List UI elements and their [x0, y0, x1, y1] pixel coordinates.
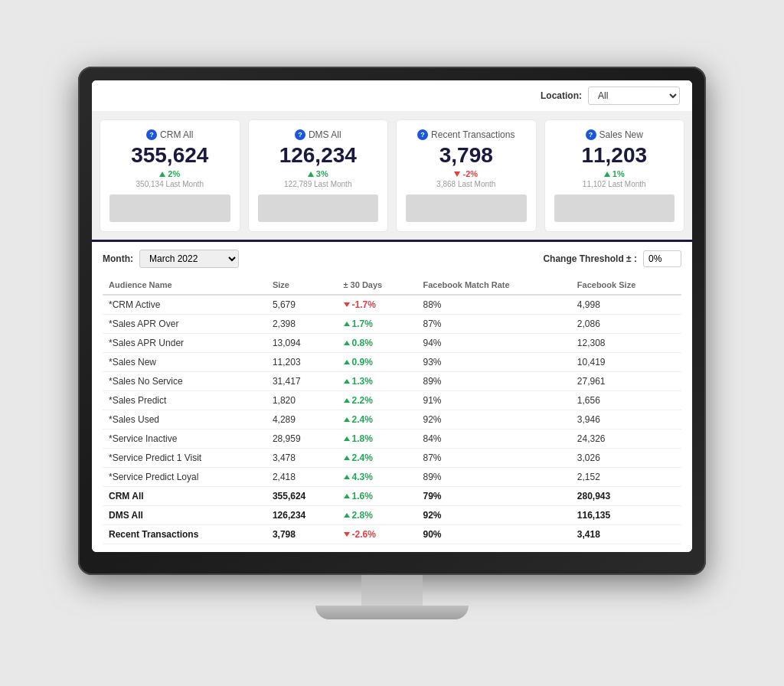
kpi-card-crm-all-header: ? CRM All: [109, 129, 230, 140]
arrow-up-icon: [344, 456, 350, 460]
cell-audience-name: Recent Transactions: [103, 525, 266, 544]
change-pct: 1.3%: [352, 376, 373, 387]
location-label: Location:: [541, 90, 582, 101]
cell-fb-rate: 87%: [417, 315, 571, 334]
col-size: Size: [266, 276, 338, 295]
arrow-down-icon: [344, 532, 350, 537]
cell-fb-rate: 79%: [417, 487, 571, 506]
cell-fb-rate: 88%: [417, 295, 571, 315]
col-fb-size: Facebook Size: [571, 276, 681, 295]
table-row: *Service Predict Loyal 2,418 4.3% 89% 2,…: [103, 468, 681, 487]
recent-transactions-arrow-down: [454, 172, 460, 177]
change-pct: 4.3%: [352, 472, 373, 482]
cell-fb-size: 4,998: [571, 295, 681, 315]
threshold-label: Change Threshold ± :: [543, 253, 637, 264]
change-value: 4.3%: [344, 472, 411, 482]
crm-all-sparkline: [109, 194, 230, 222]
dms-all-change-pct: 3%: [316, 169, 328, 178]
cell-change: 2.2%: [338, 391, 417, 410]
cell-fb-rate: 93%: [417, 353, 571, 372]
monitor-stand-neck: [361, 575, 423, 606]
kpi-card-sales-new-header: ? Sales New: [554, 129, 675, 140]
dms-all-change: 3%: [308, 169, 328, 178]
cell-fb-rate: 91%: [417, 391, 571, 410]
cell-change: 0.9%: [338, 353, 417, 372]
sales-new-sparkline: [554, 194, 675, 222]
dms-all-last-month: 122,789 Last Month: [284, 180, 351, 188]
table-header: Audience Name Size ± 30 Days Facebook Ma…: [103, 276, 681, 295]
cell-change: 1.8%: [338, 430, 417, 449]
recent-transactions-help-icon[interactable]: ?: [417, 129, 428, 140]
dashboard-header: Location: All Location 1 Location 2: [92, 80, 692, 112]
change-pct: 0.8%: [352, 338, 373, 348]
table-section: Month: March 2022 Change Threshold ± : A…: [92, 240, 692, 552]
cell-audience-name: *Sales Used: [103, 410, 266, 430]
cell-change: 2.8%: [338, 506, 417, 525]
arrow-up-icon: [344, 417, 350, 422]
crm-all-help-icon[interactable]: ?: [146, 129, 157, 140]
cell-size: 13,094: [266, 334, 338, 353]
dms-all-help-icon[interactable]: ?: [295, 129, 305, 140]
recent-transactions-last-month: 3,868 Last Month: [436, 180, 495, 188]
recent-transactions-change: -2%: [454, 169, 478, 178]
cell-fb-size: 12,308: [571, 334, 681, 353]
kpi-row: ? CRM All 355,624 2% 350,134 Last Month …: [92, 112, 692, 240]
change-pct: 2.8%: [352, 510, 373, 521]
change-value: 2.8%: [344, 510, 411, 521]
arrow-up-icon: [344, 494, 350, 498]
cell-audience-name: *Sales APR Over: [103, 315, 266, 334]
change-value: -1.7%: [344, 299, 411, 310]
cell-change: 4.3%: [338, 468, 417, 487]
change-value: 1.7%: [344, 318, 411, 329]
sales-new-change-pct: 1%: [612, 169, 625, 178]
change-pct: -1.7%: [352, 299, 376, 310]
dms-all-arrow-up: [308, 172, 314, 177]
month-select[interactable]: March 2022: [139, 250, 239, 268]
table-row: *Sales New 11,203 0.9% 93% 10,419: [103, 353, 681, 372]
monitor-stand-base: [315, 606, 469, 619]
change-pct: 1.6%: [352, 491, 373, 501]
table-row: *Sales No Service 31,417 1.3% 89% 27,961: [103, 372, 681, 391]
crm-all-arrow-up: [159, 172, 165, 177]
audience-data-table: Audience Name Size ± 30 Days Facebook Ma…: [103, 276, 681, 544]
arrow-up-icon: [344, 341, 350, 345]
recent-transactions-value: 3,798: [439, 143, 493, 168]
location-select[interactable]: All Location 1 Location 2: [588, 87, 680, 105]
cell-fb-size: 3,946: [571, 410, 681, 430]
table-row: Recent Transactions 3,798 -2.6% 90% 3,41…: [103, 525, 681, 544]
arrow-down-icon: [344, 302, 350, 307]
cell-size: 3,798: [266, 525, 338, 544]
crm-all-title: CRM All: [160, 129, 193, 140]
cell-size: 126,234: [266, 506, 338, 525]
cell-fb-rate: 90%: [417, 525, 571, 544]
recent-transactions-change-pct: -2%: [462, 169, 478, 178]
col-30-days: ± 30 Days: [338, 276, 417, 295]
cell-size: 2,398: [266, 315, 338, 334]
cell-fb-rate: 94%: [417, 334, 571, 353]
change-pct: 2.2%: [352, 395, 373, 406]
table-body: *CRM Active 5,679 -1.7% 88% 4,998 *Sales…: [103, 295, 681, 544]
change-pct: 2.4%: [352, 452, 373, 463]
sales-new-last-month: 11,102 Last Month: [583, 180, 646, 188]
change-value: 0.9%: [344, 357, 411, 368]
cell-size: 355,624: [266, 487, 338, 506]
table-controls: Month: March 2022 Change Threshold ± :: [103, 250, 681, 268]
threshold-input[interactable]: [643, 250, 681, 267]
cell-fb-size: 280,943: [571, 487, 681, 506]
sales-new-help-icon[interactable]: ?: [586, 129, 596, 140]
cell-fb-size: 1,656: [571, 391, 681, 410]
change-value: 2.4%: [344, 452, 411, 463]
table-row: *Sales APR Over 2,398 1.7% 87% 2,086: [103, 315, 681, 334]
cell-fb-size: 10,419: [571, 353, 681, 372]
cell-fb-size: 27,961: [571, 372, 681, 391]
dms-all-value: 126,234: [279, 143, 357, 168]
cell-change: 1.7%: [338, 315, 417, 334]
recent-transactions-title: Recent Transactions: [431, 129, 514, 140]
cell-fb-rate: 87%: [417, 449, 571, 468]
table-row: DMS All 126,234 2.8% 92% 116,135: [103, 506, 681, 525]
kpi-card-sales-new: ? Sales New 11,203 1% 11,102 Last Month: [544, 119, 685, 232]
arrow-up-icon: [344, 513, 350, 518]
recent-transactions-sparkline: [406, 194, 527, 222]
cell-fb-size: 2,152: [571, 468, 681, 487]
cell-audience-name: *Sales Predict: [103, 391, 266, 410]
